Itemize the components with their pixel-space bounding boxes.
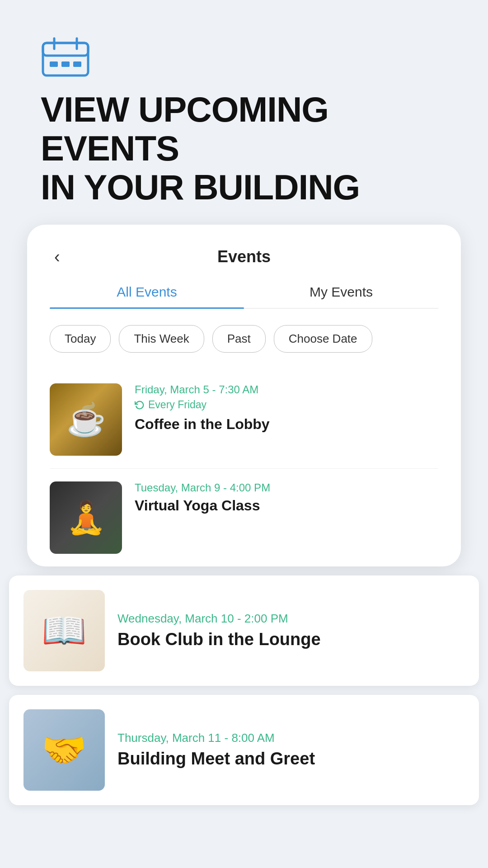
event-item-yoga[interactable]: Tuesday, March 9 - 4:00 PM Virtual Yoga … [50,469,438,566]
event-info-yoga: Tuesday, March 9 - 4:00 PM Virtual Yoga … [135,481,438,514]
floating-name-book: Book Club in the Lounge [117,629,465,650]
floating-info-book: Wednesday, March 10 - 2:00 PM Book Club … [117,612,465,650]
event-image-book [23,590,105,671]
svg-rect-0 [43,43,88,75]
card-title: Events [217,247,271,266]
tab-my-events[interactable]: My Events [244,284,438,308]
event-image-yoga [50,481,122,554]
event-item-coffee[interactable]: Friday, March 5 - 7:30 AM Every Friday C… [50,371,438,469]
floating-date-meet: Thursday, March 11 - 8:00 AM [117,731,465,745]
filter-past[interactable]: Past [212,325,266,353]
event-repeat-coffee: Every Friday [135,399,438,411]
filter-today[interactable]: Today [50,325,111,353]
floating-date-book: Wednesday, March 10 - 2:00 PM [117,612,465,626]
svg-rect-1 [43,43,88,56]
events-list: Friday, March 5 - 7:30 AM Every Friday C… [50,371,438,566]
floating-card-book[interactable]: Wednesday, March 10 - 2:00 PM Book Club … [9,576,479,686]
event-info-coffee: Friday, March 5 - 7:30 AM Every Friday C… [135,383,438,433]
calendar-icon [41,36,90,77]
tabs-row: All Events My Events [50,284,438,309]
header-section: VIEW UPCOMING EVENTS IN YOUR BUILDING [0,0,488,225]
svg-rect-5 [61,61,70,67]
event-date-coffee: Friday, March 5 - 7:30 AM [135,383,438,396]
floating-info-meet: Thursday, March 11 - 8:00 AM Building Me… [117,731,465,769]
svg-rect-4 [50,61,58,67]
back-button[interactable]: ‹ [50,247,65,267]
floating-card-meet[interactable]: Thursday, March 11 - 8:00 AM Building Me… [9,695,479,805]
card-header: ‹ Events [50,247,438,266]
event-date-yoga: Tuesday, March 9 - 4:00 PM [135,481,438,494]
events-card: ‹ Events All Events My Events Today This… [27,225,461,566]
event-name-coffee: Coffee in the Lobby [135,415,438,433]
main-title: VIEW UPCOMING EVENTS IN YOUR BUILDING [41,90,447,207]
svg-rect-6 [73,61,81,67]
repeat-icon [135,400,145,410]
event-name-yoga: Virtual Yoga Class [135,497,438,514]
filter-choose-date[interactable]: Choose Date [274,325,372,353]
event-image-meet [23,709,105,791]
event-image-coffee [50,383,122,456]
floating-name-meet: Building Meet and Greet [117,749,465,769]
filter-row: Today This Week Past Choose Date [50,325,438,353]
tab-all-events[interactable]: All Events [50,284,244,308]
filter-this-week[interactable]: This Week [119,325,204,353]
